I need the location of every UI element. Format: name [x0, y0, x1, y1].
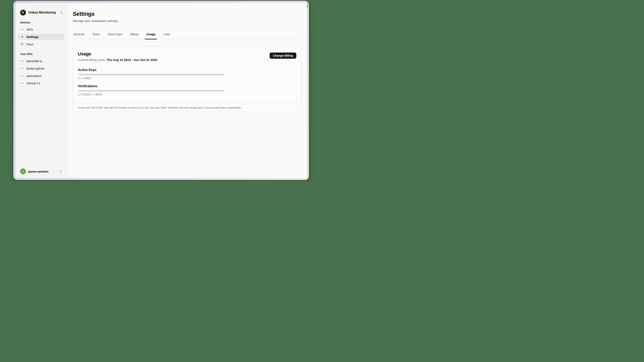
code-icon	[20, 66, 24, 71]
usage-card-body: Usage Current billing cycle: Thu Aug 31 …	[73, 46, 301, 103]
code-icon	[20, 59, 24, 63]
sidebar-section-general: General	[20, 21, 64, 24]
sidebar-nav-general: APIs Settings Docs	[18, 26, 64, 47]
app-window: U Unkey-Monitoring General APIs	[13, 1, 309, 180]
sidebar-item-betteruptime[interactable]: BetterUptime	[18, 65, 64, 71]
progress-bar	[78, 74, 224, 75]
chevrons-up-down-icon	[60, 11, 63, 14]
meter-label: Active Keys	[78, 68, 296, 72]
desktop-background: U Unkey-Monitoring General APIs	[0, 0, 322, 181]
chevron-right-icon	[59, 170, 62, 173]
settings-tabs: General Team Root Keys Billing Usage Use…	[73, 32, 302, 39]
progress-bar	[78, 90, 224, 91]
billing-cycle-label: Current billing cycle:	[78, 58, 106, 61]
handle-dot	[307, 6, 308, 7]
sidebar-item-label: BetterUptime	[26, 67, 44, 70]
sidebar-item-openstatus[interactable]: openstatus	[18, 73, 64, 79]
tab-billing[interactable]: Billing	[130, 32, 139, 39]
meter-value: 3 / ∞ (0%)	[78, 76, 296, 80]
usage-card: Usage Current billing cycle: Thu Aug 31 …	[73, 46, 302, 112]
user-avatar: J	[20, 168, 26, 174]
code-icon	[20, 27, 24, 31]
sidebar-item-label: APIs	[26, 28, 33, 31]
meter-active-keys: Active Keys 3 / ∞ (0%)	[78, 68, 296, 80]
billing-cycle-value: Thu Aug 31 2023 - Sun Oct 01 2023	[106, 58, 157, 61]
book-open-icon	[20, 42, 24, 46]
tab-usage[interactable]: Usage	[146, 32, 156, 39]
tab-user[interactable]: User	[163, 32, 171, 39]
app-surface: U Unkey-Monitoring General APIs	[16, 3, 307, 178]
handle-dot	[307, 4, 308, 5]
usage-card-footer: These are soft limits. We will not throt…	[73, 103, 301, 112]
usage-card-heading-group: Usage Current billing cycle: Thu Aug 31 …	[78, 51, 157, 61]
window-handle-dots[interactable]	[307, 4, 308, 7]
sidebar-item-docs[interactable]: Docs	[18, 41, 64, 47]
meter-value: 1,776,022 / ∞ (0%)	[78, 93, 296, 96]
workspace-avatar: U	[20, 10, 26, 15]
sidebar-section-your-apis: Your APIs	[20, 52, 64, 56]
tab-team[interactable]: Team	[92, 32, 100, 39]
workspace-name: Unkey-Monitoring	[28, 11, 58, 14]
sidebar-nav-your-apis: planetfall.io BetterUptime openstatus	[18, 58, 64, 86]
meter-verifications: Verifications 1,776,022 / ∞ (0%)	[78, 84, 296, 96]
sidebar-item-apis[interactable]: APIs	[18, 26, 64, 32]
sidebar-spacer	[18, 86, 64, 168]
sidebar-item-github-ci[interactable]: GitHub CI	[18, 80, 64, 86]
meter-label: Verifications	[78, 84, 296, 88]
usage-card-title: Usage	[78, 51, 157, 57]
user-menu[interactable]: J james-perkins	[18, 168, 64, 175]
workspace-switcher[interactable]: U Unkey-Monitoring	[18, 9, 64, 15]
billing-cycle: Current billing cycle: Thu Aug 31 2023 -…	[78, 58, 157, 61]
sidebar-item-label: GitHub CI	[26, 81, 40, 85]
code-icon	[20, 81, 24, 85]
sidebar-item-label: Settings	[26, 35, 38, 38]
user-name: james-perkins	[28, 170, 57, 173]
page-title: Settings	[73, 11, 302, 17]
change-billing-button[interactable]: Change Billing	[270, 52, 296, 59]
tab-root-keys[interactable]: Root Keys	[107, 32, 122, 39]
tab-general[interactable]: General	[73, 32, 85, 39]
usage-card-header: Usage Current billing cycle: Thu Aug 31 …	[78, 51, 296, 61]
main-content: Settings Manage your workspace settings.…	[68, 3, 307, 178]
sidebar-item-settings[interactable]: Settings	[18, 34, 64, 40]
sidebar-item-label: Docs	[26, 42, 34, 46]
sidebar-item-label: openstatus	[26, 74, 42, 77]
handle-dot	[307, 5, 308, 6]
gear-icon	[20, 34, 24, 39]
sidebar-item-planetfall[interactable]: planetfall.io	[18, 58, 64, 64]
sidebar-item-label: planetfall.io	[26, 59, 42, 63]
code-icon	[20, 73, 24, 78]
page-subtitle: Manage your workspace settings.	[73, 19, 302, 22]
sidebar: U Unkey-Monitoring General APIs	[16, 3, 68, 178]
